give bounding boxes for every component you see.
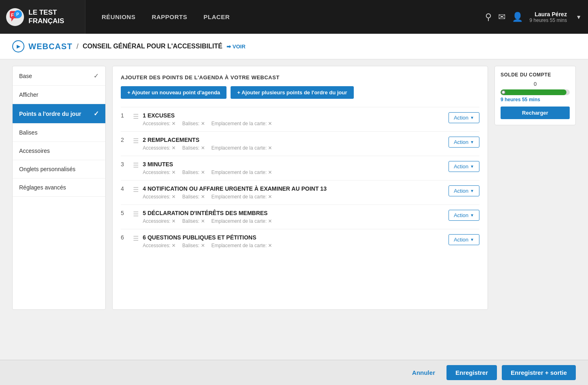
drag-handle-icon[interactable]: ☰ <box>133 161 139 169</box>
action-dropdown-arrow: ▼ <box>470 213 474 218</box>
item-meta: Accessoires: ✕ Balises: ✕ Emplacement de… <box>143 121 444 126</box>
item-number: 3 <box>121 161 129 167</box>
drag-handle-icon[interactable]: ☰ <box>133 186 139 194</box>
sidebar-item-accessoires[interactable]: Accessoires <box>13 142 105 160</box>
nav-right: ⚲ ✉ 👤 Laura Pérez 9 heures 55 mins ▼ <box>485 11 588 23</box>
mail-icon[interactable]: ✉ <box>498 12 505 22</box>
recharge-button[interactable]: Recharger <box>501 107 570 119</box>
item-title: 3 MINUTES <box>143 161 444 167</box>
action-button-1[interactable]: Action ▼ <box>449 112 479 123</box>
action-button-5[interactable]: Action ▼ <box>449 210 479 221</box>
progress-fill <box>501 89 566 95</box>
logo[interactable]: F P LE TEST FRANÇAIS <box>0 0 85 34</box>
item-title: 4 NOTIFICATION OU AFFAIRE URGENTE À EXAM… <box>143 185 444 192</box>
action-button-2[interactable]: Action ▼ <box>449 137 479 148</box>
user-info[interactable]: Laura Pérez 9 heures 55 mins <box>529 11 567 23</box>
action-button-6[interactable]: Action ▼ <box>449 234 479 245</box>
add-multiple-button[interactable]: + Ajouter plusieurs points de l'ordre du… <box>231 86 353 99</box>
agenda-item-6: 6 ☰ 6 QUESTIONS PUBLIQUES ET PÉTITIONS A… <box>121 229 479 253</box>
meta-emplacement: Emplacement de la carte: ✕ <box>211 170 272 175</box>
item-meta: Accessoires: ✕ Balises: ✕ Emplacement de… <box>143 194 444 200</box>
meta-balises: Balises: ✕ <box>182 121 205 126</box>
sidebar-item-reglages[interactable]: Réglages avancés <box>13 178 105 197</box>
agenda-item-4: 4 ☰ 4 NOTIFICATION OU AFFAIRE URGENTE À … <box>121 180 479 204</box>
sidebar-item-onglets[interactable]: Onglets personnalisés <box>13 160 105 178</box>
sidebar-item-balises[interactable]: Balises <box>13 124 105 142</box>
meta-balises: Balises: ✕ <box>182 218 205 224</box>
item-meta: Accessoires: ✕ Balises: ✕ Emplacement de… <box>143 145 444 151</box>
progress-track <box>501 89 570 95</box>
item-content: 5 DÉCLARATION D'INTÉRÊTS DES MEMBRES Acc… <box>143 210 444 224</box>
search-icon[interactable]: ⚲ <box>485 12 492 22</box>
nav-links: RÉUNIONS RAPPORTS PLACER <box>85 13 485 20</box>
meta-accessoires: Accessoires: ✕ <box>143 121 176 126</box>
drag-handle-icon[interactable]: ☰ <box>133 235 139 242</box>
voir-arrow-icon: ➡ <box>226 44 231 50</box>
meta-accessoires: Accessoires: ✕ <box>143 218 176 224</box>
meta-emplacement: Emplacement de la carte: ✕ <box>211 194 272 200</box>
action-buttons: + Ajouter un nouveau point d'agenda + Aj… <box>121 86 479 99</box>
content-header: AJOUTER DES POINTS DE L'AGENDA À VOTRE W… <box>121 74 479 80</box>
meta-balises: Balises: ✕ <box>182 243 205 248</box>
balance-card: SOLDE DU COMPTE 0 9 heures 55 mins Recha… <box>494 66 576 125</box>
check-icon: ✓ <box>94 72 99 80</box>
meta-emplacement: Emplacement de la carte: ✕ <box>211 218 272 224</box>
breadcrumb-type: WEBCAST <box>28 42 72 51</box>
breadcrumb: ▶ WEBCAST / CONSEIL GÉNÉRAL POUR L'ACCES… <box>0 34 588 59</box>
logo-text: LE TEST FRANÇAIS <box>28 9 64 25</box>
action-dropdown-arrow: ▼ <box>470 164 474 169</box>
drag-handle-icon[interactable]: ☰ <box>133 113 139 120</box>
item-title: 6 QUESTIONS PUBLIQUES ET PÉTITIONS <box>143 234 444 241</box>
action-button-4[interactable]: Action ▼ <box>449 185 479 196</box>
svg-text:F: F <box>11 13 14 17</box>
action-button-3[interactable]: Action ▼ <box>449 161 479 172</box>
agenda-item-1: 1 ☰ 1 EXCUSES Accessoires: ✕ Balises: ✕ … <box>121 107 479 131</box>
check-active-icon: ✓ <box>94 110 99 117</box>
item-number: 2 <box>121 137 129 143</box>
action-dropdown-arrow: ▼ <box>470 115 474 120</box>
user-icon[interactable]: 👤 <box>512 12 523 22</box>
user-name: Laura Pérez <box>535 11 567 17</box>
item-content: 2 REMPLACEMENTS Accessoires: ✕ Balises: … <box>143 137 444 151</box>
agenda-item-5: 5 ☰ 5 DÉCLARATION D'INTÉRÊTS DES MEMBRES… <box>121 204 479 229</box>
agenda-list: 1 ☰ 1 EXCUSES Accessoires: ✕ Balises: ✕ … <box>121 107 479 253</box>
item-title: 1 EXCUSES <box>143 112 444 119</box>
sidebar-item-afficher[interactable]: Afficher <box>13 86 105 104</box>
voir-link[interactable]: ➡ VOIR <box>226 44 246 50</box>
nav-rapports[interactable]: RAPPORTS <box>144 13 195 20</box>
meta-accessoires: Accessoires: ✕ <box>143 170 176 175</box>
content-area: AJOUTER DES POINTS DE L'AGENDA À VOTRE W… <box>112 66 488 310</box>
navbar: F P LE TEST FRANÇAIS RÉUNIONS RAPPORTS P… <box>0 0 588 34</box>
logo-icon: F P <box>6 8 24 26</box>
drag-handle-icon[interactable]: ☰ <box>133 137 139 145</box>
user-time: 9 heures 55 mins <box>529 17 567 23</box>
sidebar: Base ✓ Afficher Points a l'ordre du jour… <box>12 66 106 310</box>
meta-accessoires: Accessoires: ✕ <box>143 194 176 200</box>
item-meta: Accessoires: ✕ Balises: ✕ Emplacement de… <box>143 218 444 224</box>
item-content: 4 NOTIFICATION OU AFFAIRE URGENTE À EXAM… <box>143 185 444 200</box>
meta-balises: Balises: ✕ <box>182 145 205 151</box>
action-dropdown-arrow: ▼ <box>470 189 474 193</box>
meta-accessoires: Accessoires: ✕ <box>143 243 176 248</box>
drag-handle-icon[interactable]: ☰ <box>133 210 139 218</box>
item-title: 5 DÉCLARATION D'INTÉRÊTS DES MEMBRES <box>143 210 444 216</box>
item-meta: Accessoires: ✕ Balises: ✕ Emplacement de… <box>143 243 444 248</box>
main-layout: Base ✓ Afficher Points a l'ordre du jour… <box>12 66 576 310</box>
agenda-item-3: 3 ☰ 3 MINUTES Accessoires: ✕ Balises: ✕ … <box>121 156 479 180</box>
webcast-play-icon: ▶ <box>12 40 24 52</box>
item-title: 2 REMPLACEMENTS <box>143 137 444 143</box>
sidebar-item-points[interactable]: Points a l'ordre du jour ✓ <box>13 104 105 124</box>
sidebar-item-base[interactable]: Base ✓ <box>13 66 105 86</box>
item-number: 4 <box>121 185 129 192</box>
item-number: 6 <box>121 234 129 241</box>
nav-reunions[interactable]: RÉUNIONS <box>94 13 144 20</box>
user-dropdown-arrow[interactable]: ▼ <box>576 14 581 20</box>
item-content: 3 MINUTES Accessoires: ✕ Balises: ✕ Empl… <box>143 161 444 175</box>
nav-placer[interactable]: PLACER <box>196 13 238 20</box>
item-content: 6 QUESTIONS PUBLIQUES ET PÉTITIONS Acces… <box>143 234 444 248</box>
item-content: 1 EXCUSES Accessoires: ✕ Balises: ✕ Empl… <box>143 112 444 126</box>
meta-balises: Balises: ✕ <box>182 170 205 175</box>
meta-balises: Balises: ✕ <box>182 194 205 200</box>
add-single-button[interactable]: + Ajouter un nouveau point d'agenda <box>121 86 226 99</box>
item-number: 1 <box>121 112 129 119</box>
